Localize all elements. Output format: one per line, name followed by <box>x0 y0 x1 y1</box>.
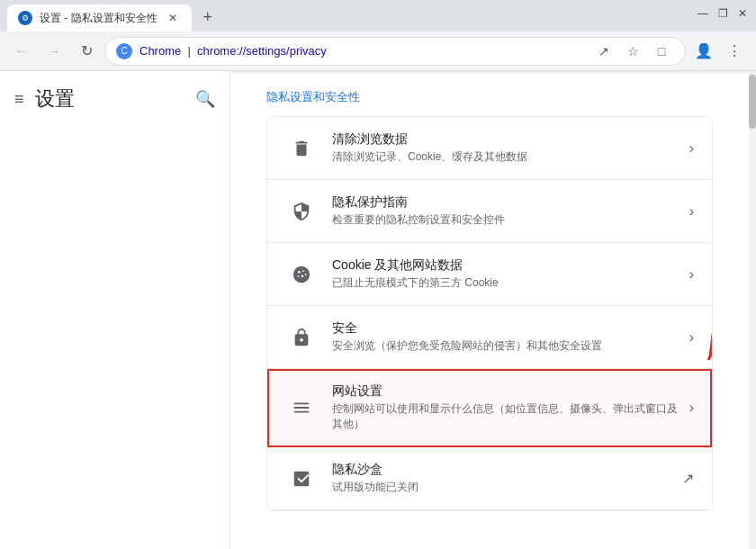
privacy-sandbox-content: 隐私沙盒 试用版功能已关闭 <box>332 462 675 495</box>
restore-button[interactable]: ❐ <box>716 7 729 20</box>
menu-button[interactable]: ⋮ <box>720 37 749 66</box>
back-button[interactable]: ← <box>7 37 36 66</box>
svg-point-5 <box>305 274 307 275</box>
privacy-sandbox-item[interactable]: 隐私沙盒 试用版功能已关闭 ↗ <box>267 447 712 510</box>
address-url: chrome://settings/privacy <box>197 44 327 58</box>
clear-browsing-desc: 清除浏览记录、Cookie、缓存及其他数据 <box>332 149 682 165</box>
site-settings-item[interactable]: 网站设置 控制网站可以使用和显示什么信息（如位置信息、摄像头、弹出式窗口及其他）… <box>267 369 712 447</box>
share-button[interactable]: ↗ <box>591 39 616 64</box>
site-settings-desc: 控制网站可以使用和显示什么信息（如位置信息、摄像头、弹出式窗口及其他） <box>332 401 682 432</box>
scrollbar-thumb[interactable] <box>749 75 756 129</box>
page: ≡ 设置 🔍 隐私设置和安全性 清除浏览数据 清除浏览记录、C <box>0 71 756 549</box>
content-area: 隐私设置和安全性 清除浏览数据 清除浏览记录、Cookie、缓存及其他数据 › <box>230 75 749 533</box>
clear-browsing-item[interactable]: 清除浏览数据 清除浏览记录、Cookie、缓存及其他数据 › <box>267 117 712 180</box>
bookmark-button[interactable]: ☆ <box>620 39 645 64</box>
toolbar-right: 👤 ⋮ <box>689 37 749 66</box>
active-tab[interactable]: ⚙ 设置 - 隐私设置和安全性 ✕ <box>7 4 192 32</box>
svg-point-3 <box>297 274 299 276</box>
privacy-guide-content: 隐私保护指南 检查重要的隐私控制设置和安全控件 <box>332 194 682 228</box>
site-settings-arrow: › <box>689 400 694 416</box>
cookies-desc: 已阻止无痕模式下的第三方 Cookie <box>332 275 682 291</box>
minimize-button[interactable]: — <box>697 7 709 20</box>
close-button[interactable]: ✕ <box>736 7 749 20</box>
security-arrow: › <box>689 329 694 346</box>
privacy-guide-item[interactable]: 隐私保护指南 检查重要的隐私控制设置和安全控件 › <box>267 180 712 243</box>
refresh-button[interactable]: ↻ <box>72 37 101 66</box>
extension-button[interactable]: □ <box>649 39 674 64</box>
external-link-icon: ↗ <box>682 470 694 487</box>
tab-title: 设置 - 隐私设置和安全性 <box>40 11 158 26</box>
security-icon <box>285 321 318 354</box>
cookies-title: Cookie 及其他网站数据 <box>332 257 682 274</box>
main-content[interactable]: 隐私设置和安全性 清除浏览数据 清除浏览记录、Cookie、缓存及其他数据 › <box>230 71 749 549</box>
window-controls: — ❐ ✕ <box>697 7 749 20</box>
svg-point-2 <box>302 270 304 272</box>
cookies-icon <box>285 258 318 291</box>
security-content: 安全 安全浏览（保护您免受危险网站的侵害）和其他安全设置 <box>332 320 682 354</box>
clear-browsing-arrow: › <box>689 140 694 157</box>
privacy-sandbox-icon <box>285 463 318 495</box>
privacy-guide-arrow: › <box>689 203 694 220</box>
svg-point-0 <box>293 266 310 282</box>
privacy-guide-desc: 检查重要的隐私控制设置和安全控件 <box>332 212 682 228</box>
privacy-guide-icon <box>285 195 318 228</box>
privacy-guide-title: 隐私保护指南 <box>332 194 682 211</box>
site-settings-content: 网站设置 控制网站可以使用和显示什么信息（如位置信息、摄像头、弹出式窗口及其他） <box>332 383 682 432</box>
security-item[interactable]: 安全 安全浏览（保护您免受危险网站的侵害）和其他安全设置 › <box>267 306 712 369</box>
svg-point-4 <box>302 274 304 277</box>
privacy-sandbox-desc: 试用版功能已关闭 <box>332 480 675 495</box>
cookies-item[interactable]: Cookie 及其他网站数据 已阻止无痕模式下的第三方 Cookie › <box>267 243 712 306</box>
address-bar[interactable]: C Chrome | chrome://settings/privacy ↗ ☆… <box>104 37 686 66</box>
privacy-sandbox-title: 隐私沙盒 <box>332 462 675 478</box>
clear-browsing-title: 清除浏览数据 <box>332 131 682 148</box>
toolbar: ← → ↻ C Chrome | chrome://settings/priva… <box>0 32 756 71</box>
search-icon[interactable]: 🔍 <box>195 89 215 109</box>
site-settings-icon <box>285 392 318 424</box>
address-actions: ↗ ☆ □ <box>591 39 674 64</box>
account-button[interactable]: 👤 <box>689 37 718 66</box>
scrollbar[interactable] <box>749 71 756 549</box>
sidebar-header: ≡ 设置 🔍 <box>0 78 230 123</box>
address-text: Chrome | chrome://settings/privacy <box>140 44 584 58</box>
clear-browsing-content: 清除浏览数据 清除浏览记录、Cookie、缓存及其他数据 <box>332 131 682 165</box>
security-desc: 安全浏览（保护您免受危险网站的侵害）和其他安全设置 <box>332 338 682 354</box>
section-title: 隐私设置和安全性 <box>266 89 713 105</box>
settings-card: 清除浏览数据 清除浏览记录、Cookie、缓存及其他数据 › 隐私保护指南 检查… <box>266 116 713 511</box>
sidebar: ≡ 设置 🔍 <box>0 71 230 549</box>
tab-favicon: ⚙ <box>18 11 32 25</box>
site-name: Chrome <box>140 44 181 58</box>
tab-close-button[interactable]: ✕ <box>165 10 181 26</box>
hamburger-icon[interactable]: ≡ <box>14 90 24 109</box>
site-favicon: C <box>116 43 132 59</box>
security-title: 安全 <box>332 320 682 337</box>
site-settings-title: 网站设置 <box>332 383 682 400</box>
cookies-content: Cookie 及其他网站数据 已阻止无痕模式下的第三方 Cookie <box>332 257 682 291</box>
sidebar-title: 设置 <box>35 86 75 112</box>
forward-button[interactable]: → <box>40 37 68 66</box>
svg-point-1 <box>298 270 301 273</box>
new-tab-button[interactable]: + <box>195 4 220 30</box>
cookies-arrow: › <box>689 266 694 283</box>
clear-browsing-icon <box>285 132 318 165</box>
titlebar: ⚙ 设置 - 隐私设置和安全性 ✕ + — ❐ ✕ <box>0 0 756 32</box>
